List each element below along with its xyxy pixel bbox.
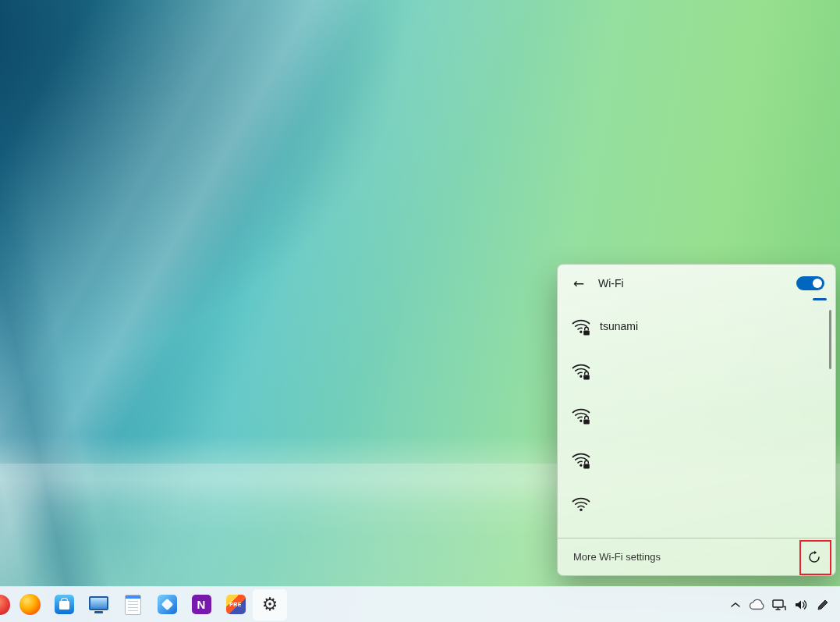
- back-arrow-icon: ←: [573, 275, 584, 291]
- network-display-icon: [771, 597, 787, 613]
- scrollbar-thumb[interactable]: [829, 310, 831, 369]
- taskbar-pinned-apps: N PRE ⚙: [0, 587, 287, 622]
- toggle-knob: [813, 279, 822, 288]
- network-button[interactable]: [768, 591, 790, 619]
- wifi-secured-icon: [571, 316, 591, 336]
- wifi-secured-icon: [571, 361, 591, 381]
- store-icon: [55, 595, 74, 614]
- wifi-secured-icon: [571, 405, 591, 425]
- settings-button[interactable]: ⚙: [253, 589, 287, 620]
- hidden-icons-button[interactable]: [725, 591, 746, 619]
- wifi-network-row[interactable]: [558, 526, 835, 538]
- refresh-icon: [807, 550, 821, 564]
- notepad-button[interactable]: [115, 589, 150, 620]
- wifi-network-row[interactable]: [558, 482, 835, 526]
- wifi-open-icon: [571, 494, 591, 514]
- photos-button[interactable]: [150, 589, 184, 620]
- onedrive-button[interactable]: [746, 591, 768, 619]
- flyout-footer: More Wi-Fi settings: [558, 538, 835, 575]
- firefox-button[interactable]: [12, 589, 47, 620]
- chevron-up-icon: [730, 602, 741, 608]
- firefox-icon: [19, 594, 41, 615]
- onenote-button[interactable]: N: [184, 589, 218, 620]
- system-tray: [725, 587, 840, 622]
- display-app-button[interactable]: [81, 589, 115, 620]
- wifi-secured-icon: [571, 450, 591, 470]
- wifi-network-row[interactable]: tsunami: [558, 304, 835, 348]
- photos-icon: [158, 595, 177, 614]
- pre-app-button[interactable]: PRE: [218, 589, 253, 620]
- display-icon: [89, 596, 108, 610]
- pen-icon: [816, 598, 830, 612]
- back-button[interactable]: ←: [567, 272, 590, 295]
- pre-app-icon: PRE: [226, 595, 246, 614]
- wifi-flyout-panel: ← Wi-Fi tsunami: [557, 264, 836, 576]
- notepad-icon: [125, 595, 141, 615]
- wifi-network-list: tsunami: [558, 302, 835, 538]
- store-button[interactable]: [47, 589, 81, 620]
- wifi-network-row[interactable]: [558, 348, 835, 393]
- refresh-button[interactable]: [801, 544, 828, 570]
- cloud-icon: [749, 599, 766, 611]
- taskbar: N PRE ⚙: [0, 586, 840, 622]
- onenote-icon: N: [192, 595, 211, 614]
- network-name: tsunami: [600, 320, 638, 332]
- partial-app-button[interactable]: [0, 589, 12, 620]
- pen-input-button[interactable]: [812, 591, 834, 619]
- wifi-toggle[interactable]: [796, 276, 824, 290]
- partial-red-app-icon: [0, 595, 10, 615]
- flyout-header: ← Wi-Fi: [558, 265, 835, 302]
- volume-button[interactable]: [790, 591, 812, 619]
- more-wifi-settings-link[interactable]: More Wi-Fi settings: [573, 551, 661, 563]
- wifi-network-row[interactable]: [558, 437, 835, 482]
- speaker-icon: [793, 597, 809, 613]
- wifi-network-row[interactable]: [558, 393, 835, 437]
- flyout-title: Wi-Fi: [598, 277, 624, 290]
- accent-line: [813, 298, 827, 300]
- settings-gear-icon: ⚙: [262, 595, 278, 613]
